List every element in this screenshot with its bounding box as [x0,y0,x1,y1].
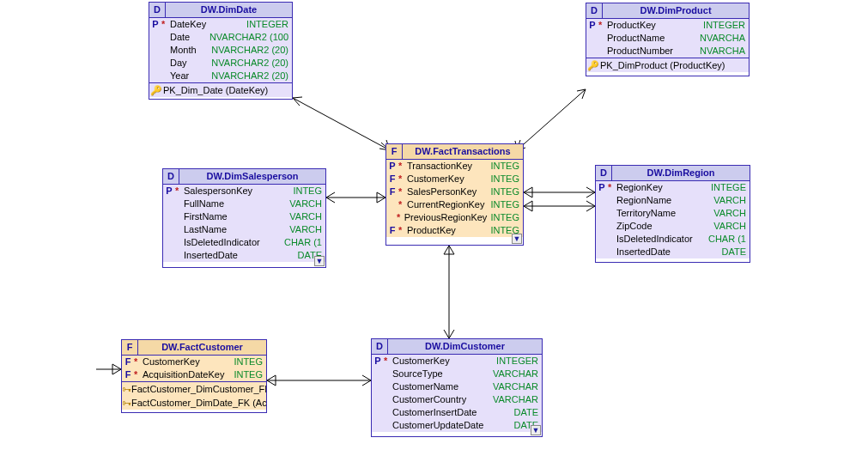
svg-line-37 [267,375,276,380]
column-row: P*DateKeyINTEGER [149,18,292,31]
entity-kind: D [596,166,612,180]
entity-body: P*SalespersonKeyINTEG FullNameVARCH Firs… [163,185,325,262]
entity-dimregion[interactable]: D DW.DimRegion P*RegionKeyINTEGE RegionN… [595,165,750,263]
column-row: CustomerCountryVARCHAR [372,393,542,406]
entity-header: D DW.DimCustomer [372,339,542,355]
svg-line-32 [449,246,454,254]
column-row: F*ProductKeyINTEG [386,224,523,237]
column-row: TerritoryNameVARCH [596,207,750,220]
column-row: RegionNameVARCH [596,194,750,207]
svg-line-22 [586,187,595,192]
svg-line-14 [377,198,385,203]
entity-kind: F [122,340,138,355]
entity-kind: D [163,169,179,184]
entity-kind: D [149,3,166,17]
column-row: ProductNumberNVARCHA [586,45,749,58]
entity-dimsalesperson[interactable]: D DW.DimSalesperson P*SalespersonKeyINTE… [162,168,326,268]
scroll-down-icon[interactable]: ▼ [512,234,522,244]
entity-body: F*CustomerKeyINTEG F*AcquisitionDateKeyI… [122,356,266,410]
svg-line-10 [577,89,586,91]
column-row: P*RegionKeyINTEGE [596,181,750,194]
column-row: ProductNameNVARCHA [586,32,749,45]
column-row: F*CustomerKeyINTEG [386,173,523,185]
entity-header: F DW.FactCustomer [122,340,266,356]
rel-fact-to-dimregion-2 [524,201,595,211]
svg-line-20 [524,192,532,198]
svg-line-35 [449,330,454,338]
column-row: *PreviousRegionKeyINTEG [386,211,523,224]
column-row: CustomerNameVARCHAR [372,380,542,393]
entity-kind: D [372,339,388,354]
column-row: FirstNameVARCH [163,210,325,223]
column-row: DateNVARCHAR2 (100 [149,31,292,44]
entity-header: D DW.DimRegion [596,166,750,181]
svg-line-28 [586,201,595,206]
entity-kind: D [586,3,603,18]
entity-dimdate[interactable]: D DW.DimDate P*DateKeyINTEGER DateNVARCH… [149,2,293,100]
column-row: MonthNVARCHAR2 (20) [149,44,292,57]
column-row: LastNameVARCH [163,223,325,236]
entity-dimproduct[interactable]: D DW.DimProduct P*ProductKeyINTEGER Prod… [586,3,750,76]
entity-title: DW.DimDate [166,3,292,17]
entity-header: D DW.DimDate [149,3,292,18]
column-row: InsertedDateDATE [596,246,750,258]
svg-line-34 [444,330,449,338]
pk-row: 🔑PK_DimProduct (ProductKey) [586,58,749,72]
key-icon: 🔑 [586,60,600,71]
svg-line-4 [293,97,302,98]
column-row: CustomerUpdateDateDATE [372,419,542,432]
entity-title: DW.FactTransactions [403,144,523,159]
column-row: FullNameVARCH [163,198,325,210]
entity-header: F DW.FactTransactions [386,144,523,160]
svg-line-41 [362,380,371,386]
rel-fact-to-dimproduct [515,89,586,150]
svg-line-43 [112,364,121,369]
entity-body: P*TransactionKeyINTEG F*CustomerKeyINTEG… [386,160,523,237]
entity-facttransactions[interactable]: F DW.FactTransactions P*TransactionKeyIN… [385,143,524,246]
svg-line-11 [582,89,586,99]
fk-row: 🗝FactCustomer_DimDate_FK (Ac [122,396,266,410]
column-row: P*SalespersonKeyINTEG [163,185,325,198]
entity-title: DW.FactCustomer [138,340,266,355]
svg-line-31 [444,246,449,254]
svg-line-16 [326,192,335,198]
column-row: P*CustomerKeyINTEGER [372,355,542,368]
entity-factcustomer[interactable]: F DW.FactCustomer F*CustomerKeyINTEG F*A… [121,339,267,413]
column-row: F*SalesPersonKeyINTEG [386,185,523,198]
rel-fact-to-dimdate [293,97,390,150]
column-row: InsertedDateDATE [163,249,325,262]
column-row: *CurrentRegionKeyINTEG [386,198,523,211]
entity-body: P*RegionKeyINTEGE RegionNameVARCH Territ… [596,181,750,258]
fk-row: 🗝FactCustomer_DimCustomer_FK [122,382,266,396]
entity-dimcustomer[interactable]: D DW.DimCustomer P*CustomerKeyINTEGER So… [371,338,543,437]
entity-header: D DW.DimProduct [586,3,749,19]
svg-line-25 [524,201,532,206]
entity-body: P*DateKeyINTEGER DateNVARCHAR2 (100 Mont… [149,18,292,97]
column-row: CustomerInsertDateDATE [372,406,542,419]
column-row: F*AcquisitionDateKeyINTEG [122,368,266,381]
rel-fact-to-dimsalesperson [326,192,385,203]
svg-line-23 [586,192,595,198]
column-row: P*ProductKeyINTEGER [586,19,749,32]
svg-line-44 [112,369,121,374]
scroll-down-icon[interactable]: ▼ [314,256,325,266]
column-row: IsDeletedIndicatorCHAR (1 [596,233,750,246]
svg-line-40 [362,375,371,380]
entity-title: DW.DimProduct [603,3,749,18]
entity-body: P*ProductKeyINTEGER ProductNameNVARCHA P… [586,19,749,72]
scroll-down-icon[interactable]: ▼ [531,425,541,435]
fk-icon: 🗝 [122,398,131,408]
rel-factcustomer-to-dimcustomer [267,375,371,386]
svg-line-6 [517,89,586,150]
svg-line-29 [586,206,595,211]
svg-line-19 [524,187,532,192]
svg-line-5 [293,98,300,106]
erd-canvas: { "entities": { "dimDate": { "kind": "D"… [0,0,868,462]
column-row: ZipCodeVARCH [596,220,750,233]
svg-line-38 [267,380,276,386]
entity-body: P*CustomerKeyINTEGER SourceTypeVARCHAR C… [372,355,542,432]
entity-title: DW.DimSalesperson [179,169,325,184]
rel-factcustomer-left [96,364,121,374]
column-row: P*TransactionKeyINTEG [386,160,523,173]
entity-kind: F [386,144,403,159]
